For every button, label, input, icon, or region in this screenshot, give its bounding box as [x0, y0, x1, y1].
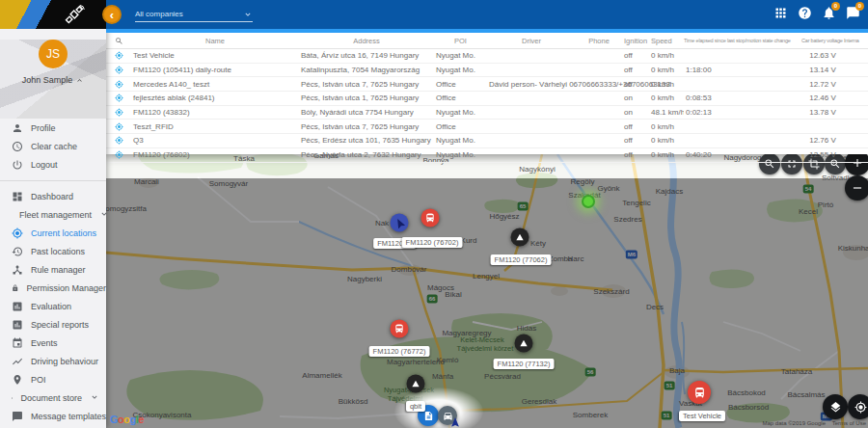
sidebar-item-fleet-management[interactable]: Fleet management — [0, 205, 106, 224]
notifications-icon[interactable]: 0 — [822, 6, 836, 20]
vehicle-status-icon[interactable] — [106, 66, 131, 74]
user-name[interactable]: John Sample — [0, 75, 106, 85]
map-area[interactable]: MarcaliSomogyvárSomogyzsitfaNagyberkiReg… — [106, 33, 868, 428]
sidebar-item-special-reports[interactable]: Special reports — [0, 315, 106, 334]
column-header-phone[interactable]: Phone — [576, 37, 622, 45]
table-row[interactable]: Q3Pécs, Erdész utca 101, 7635 HungaryNyu… — [106, 134, 868, 148]
sidebar-item-rule-manager[interactable]: Rule manager — [0, 260, 106, 279]
app-logo[interactable] — [0, 0, 106, 29]
table-row[interactable]: FM1120 (76802)Pécs, Nyárfa utca 2, 7632 … — [106, 148, 868, 163]
apps-icon[interactable] — [773, 6, 788, 20]
table-row[interactable]: Teszt_RFIDPécs, István utca 7, 7625 Hung… — [106, 120, 868, 134]
poi-marker-green[interactable] — [582, 195, 595, 208]
hub-icon — [12, 264, 23, 276]
column-header-interna[interactable]: Interna — [844, 38, 868, 43]
sidebar-item-evaluation[interactable]: Evaluation — [0, 297, 106, 315]
vehicle-status-icon[interactable] — [106, 122, 131, 131]
vehicle-status-icon[interactable] — [106, 94, 131, 102]
google-logo: Google — [110, 414, 144, 425]
sidebar-item-logout[interactable]: Logout — [0, 155, 106, 174]
marker-label[interactable]: FM1120 (77132) — [494, 359, 555, 369]
sidebar-item-permission-manager[interactable]: Permission Manager — [0, 279, 106, 297]
column-header-driver[interactable]: Driver — [487, 37, 576, 45]
cell-battery: 13.78 V — [801, 108, 844, 117]
column-header-speed[interactable]: Speed — [649, 37, 684, 45]
column-header-address[interactable]: Address — [299, 37, 434, 45]
sidebar-item-clear-cache[interactable]: Clear cache — [0, 137, 106, 155]
table-row[interactable]: fejlesztés ablak (24841)Pécs, István utc… — [106, 92, 868, 106]
terms-link[interactable]: Terms of Use — [832, 420, 866, 426]
tri-icon — [411, 379, 421, 389]
column-header-poi[interactable]: POI — [434, 37, 487, 45]
map-locate-button[interactable] — [848, 394, 868, 419]
table-row[interactable]: FM1120 (43832)Bóly, Nyárádi utca 7754 Hu… — [106, 106, 868, 120]
sidebar-item-past-locations[interactable]: Past locations — [0, 242, 106, 260]
vehicle-status-icon[interactable] — [106, 51, 131, 60]
chat-icon[interactable]: 0 — [846, 6, 860, 20]
cell-name: fejlesztés ablak (24841) — [131, 94, 299, 102]
avatar[interactable]: JS — [39, 40, 68, 68]
map-zoom-out-button[interactable] — [845, 175, 868, 201]
map-layers-button[interactable] — [823, 394, 848, 419]
sidebar-item-label: Permission Manager — [26, 283, 106, 293]
vehicle-marker-stopped[interactable] — [391, 320, 409, 338]
car-marker[interactable] — [438, 406, 457, 425]
vehicle-marker[interactable] — [515, 334, 533, 353]
marker-label[interactable]: Test Vehicle — [679, 411, 725, 421]
sidebar-item-label: Special reports — [31, 320, 89, 330]
column-header-name[interactable]: Name — [131, 37, 299, 45]
sidebar-item-poi[interactable]: POI — [0, 370, 106, 388]
column-header-car-battery-voltage[interactable]: Car battery voltage — [801, 38, 844, 43]
cell-battery: 12.72 V — [801, 80, 844, 89]
vehicle-marker-moving[interactable] — [391, 214, 409, 232]
cell-name: Test Vehicle — [131, 51, 299, 60]
sidebar-item-dashboard[interactable]: Dashboard — [0, 187, 106, 205]
message-icon — [12, 411, 23, 422]
vehicle-status-icon[interactable] — [106, 136, 131, 145]
chart-icon — [12, 301, 23, 312]
vehicle-status-icon[interactable] — [106, 80, 131, 89]
sidebar-item-events[interactable]: Events — [0, 334, 106, 352]
column-header-ignition[interactable]: Ignition — [622, 37, 649, 45]
back-button[interactable]: ‹ — [102, 5, 122, 24]
sidebar-item-driving-behaviour[interactable]: Driving behaviour — [0, 352, 106, 370]
vehicle-status-icon[interactable] — [106, 150, 131, 159]
column-header-time-elapsed-since-last-stop-motion-state-change[interactable]: Time elapsed since last stop/motion stat… — [684, 38, 801, 43]
help-icon[interactable] — [798, 6, 812, 20]
vehicle-marker-stopped[interactable] — [688, 381, 711, 404]
vehicle-marker-stopped[interactable] — [421, 209, 440, 227]
map-attribution: Map data ©2019 Google Terms of Use — [758, 420, 866, 426]
back-chevron-icon: ‹ — [110, 9, 114, 21]
sidebar-item-message-templates[interactable]: Message templates — [0, 407, 106, 425]
sidebar-item-label: Rule manager — [31, 265, 86, 275]
vehicle-status-icon[interactable] — [106, 108, 131, 117]
help-icon — [798, 6, 812, 20]
cell-ignition: off — [622, 122, 649, 131]
vehicle-table: NameAddressPOIDriverPhoneIgnitionSpeedTi… — [106, 33, 868, 154]
sidebar-item-profile[interactable]: Profile — [0, 119, 106, 137]
target-icon — [115, 51, 123, 60]
marker-label[interactable]: FM1120 (76772) — [369, 346, 430, 357]
marker-label[interactable]: qbit — [406, 401, 425, 412]
company-selector[interactable]: All companies — [135, 7, 253, 22]
sidebar-item-label: Past locations — [31, 247, 85, 256]
cell-time_elapsed: 0:40:20 — [684, 150, 801, 159]
sidebar-item-label: POI — [31, 375, 46, 385]
doc-icon — [423, 411, 434, 421]
vehicle-marker[interactable] — [407, 375, 425, 393]
table-row[interactable]: Test VehicleBáta, Árvíz utca 16, 7149 Hu… — [106, 49, 868, 64]
sidebar-item-document-store[interactable]: Document store — [0, 388, 106, 407]
cell-ignition: off — [622, 66, 649, 74]
target-icon — [115, 94, 123, 102]
table-row[interactable]: Mercedes A140_ tesztPécs, István utca 7,… — [106, 77, 868, 92]
vehicle-marker[interactable] — [511, 228, 529, 247]
target-icon — [115, 136, 123, 145]
sidebar-item-current-locations[interactable]: Current locations — [0, 224, 106, 242]
table-search-icon[interactable] — [106, 37, 131, 45]
table-row[interactable]: FM1120 (105411) daily-routeKatalinpuszta… — [106, 64, 868, 78]
bus-icon — [693, 387, 706, 399]
clock-icon — [12, 141, 23, 152]
bus-icon — [425, 213, 436, 224]
marker-label[interactable]: FM1120 (77062) — [491, 254, 552, 265]
marker-label[interactable]: FM1120 (76702) — [402, 237, 463, 248]
